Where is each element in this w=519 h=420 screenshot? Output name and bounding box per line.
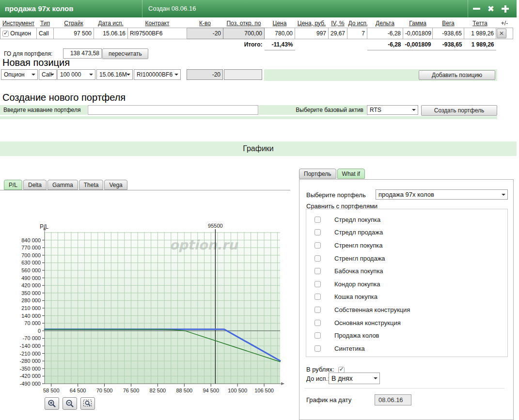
svg-text:770 000: 770 000	[21, 245, 41, 250]
column-header: +/-	[496, 18, 513, 28]
charts-section-header: Графики	[0, 141, 517, 156]
add-position-icon[interactable]	[502, 5, 509, 13]
svg-text:280 000: 280 000	[21, 297, 41, 303]
close-icon[interactable]: ✖	[488, 5, 494, 13]
portfolio-checkbox[interactable]	[315, 332, 321, 339]
new-qty-input[interactable]: -20	[187, 69, 223, 80]
days-select[interactable]: В днях	[329, 373, 380, 384]
svg-text:58 500: 58 500	[43, 388, 60, 393]
portfolio-checkbox[interactable]	[315, 307, 321, 313]
minimize-icon[interactable]	[473, 8, 480, 10]
tab-delta[interactable]: Delta	[23, 180, 47, 190]
chevron-down-icon	[502, 194, 505, 198]
delta-cell: -6,28	[367, 28, 403, 39]
contract-select[interactable]: RI100000BF6	[134, 69, 181, 80]
portfolio-checkbox[interactable]	[315, 242, 321, 249]
portfolio-label: Стредл покупка	[334, 216, 380, 223]
column-header[interactable]: До исп.	[347, 18, 367, 28]
svg-text:option.ru: option.ru	[170, 237, 238, 252]
chart-date-input[interactable]: 08.06.16	[375, 394, 411, 405]
svg-text:-140 000: -140 000	[20, 343, 41, 349]
column-header[interactable]: Дата исп.	[94, 18, 128, 28]
option-type-select[interactable]: Call	[39, 69, 57, 80]
svg-text:76 500: 76 500	[123, 388, 140, 393]
instrument-select-value: Опцион	[4, 71, 25, 78]
panel-tabs: ПортфельWhat if	[299, 169, 514, 179]
position-row-checkbox[interactable]	[2, 31, 9, 37]
column-header[interactable]: Вега	[433, 18, 464, 28]
positions-table: ИнструментТипСтрайкДата исп.КонтрактК-во…	[0, 18, 513, 50]
column-header[interactable]: Тип	[37, 18, 54, 28]
portfolio-label: Кондор покупка	[334, 280, 380, 288]
column-header[interactable]: Гамма	[403, 18, 433, 28]
portfolio-checkbox[interactable]	[315, 294, 321, 300]
new-open-price-input[interactable]	[224, 69, 262, 80]
column-header[interactable]: Страйк	[54, 18, 94, 28]
contract-cell: RI97500BF6	[128, 28, 187, 39]
zoom-out-button[interactable]	[63, 397, 77, 410]
create-portfolio-button[interactable]: Создать портфель	[421, 105, 497, 116]
svg-text:64 500: 64 500	[70, 388, 86, 393]
column-header[interactable]: Цена	[265, 18, 295, 28]
qty-input[interactable]: -20	[187, 28, 223, 39]
base-asset-select[interactable]: RTS	[367, 105, 418, 115]
instrument-select[interactable]: Опцион	[1, 69, 38, 80]
zoom-region-button[interactable]	[80, 397, 95, 410]
portfolio-select[interactable]: продажа 97х колов	[376, 189, 508, 200]
chart-zoom-toolbar	[45, 397, 98, 410]
portfolio-checkbox[interactable]	[315, 255, 321, 262]
recalculate-button[interactable]: пересчитать	[102, 48, 148, 59]
portfolio-list-item: Основная конструкция	[306, 316, 507, 329]
portfolio-checkbox[interactable]	[315, 281, 321, 287]
column-header[interactable]: Цена, руб.	[295, 18, 329, 28]
delete-position-button[interactable]: ✕	[497, 29, 506, 38]
portfolio-label: Стренгл продажа	[334, 255, 385, 262]
portfolio-label: Стренгл покупка	[334, 242, 382, 249]
tab-p-l[interactable]: P/L	[4, 180, 22, 190]
exp-date-select[interactable]: 15.06.16М	[96, 69, 133, 80]
portfolio-list-item: Стредл продажа	[306, 226, 507, 239]
svg-text:-280 000: -280 000	[20, 358, 41, 364]
theta-cell: 1 989,26	[464, 28, 496, 39]
tab-gamma[interactable]: Gamma	[47, 180, 78, 190]
portfolio-checkbox[interactable]	[315, 268, 321, 274]
column-header[interactable]: Контракт	[128, 18, 187, 28]
strike-select[interactable]: 100 000	[57, 69, 95, 80]
portfolio-checkbox[interactable]	[315, 320, 321, 326]
svg-text:700 000: 700 000	[21, 252, 41, 258]
portfolio-list-item: Кошка покупка	[306, 291, 507, 304]
tab-vega[interactable]: Vega	[104, 180, 127, 190]
svg-text:0: 0	[38, 328, 41, 334]
zoom-in-button[interactable]	[45, 397, 59, 410]
portfolio-name-input[interactable]	[88, 105, 258, 115]
select-portfolio-label: Выберите портфель	[306, 191, 366, 199]
portfolio-checkbox[interactable]	[315, 229, 321, 235]
column-header[interactable]: Инструмент	[0, 18, 37, 28]
add-position-button[interactable]: Добавить позицию	[419, 70, 495, 80]
column-header[interactable]: Поз. откр. по	[223, 18, 265, 28]
tab-what-if[interactable]: What if	[337, 169, 365, 179]
column-header[interactable]: Тетта	[464, 18, 496, 28]
portfolio-checkbox[interactable]	[315, 345, 321, 352]
portfolio-list-item: Кондор покупка	[306, 278, 507, 291]
svg-text:88 500: 88 500	[176, 388, 192, 393]
portfolio-checkbox[interactable]	[315, 217, 321, 223]
tab-портфель[interactable]: Портфель	[299, 169, 336, 179]
svg-text:-420 000: -420 000	[20, 373, 41, 379]
svg-text:94 500: 94 500	[203, 388, 219, 393]
price-cell: 780,00	[265, 28, 295, 39]
tab-theta[interactable]: Theta	[79, 180, 104, 190]
chart-date-label: График на дату	[306, 396, 351, 404]
open-price-input[interactable]: 700,00	[223, 28, 265, 39]
base-asset-select-value: RTS	[370, 107, 381, 113]
column-header[interactable]: К-во	[187, 18, 223, 28]
column-header[interactable]: Дельта	[367, 18, 403, 28]
pl-chart[interactable]: option.ru-490 000-420 000-350 000-280 00…	[2, 223, 289, 397]
column-header[interactable]: IV, %	[329, 18, 347, 28]
totals-delta: -6,28	[367, 39, 403, 50]
svg-text:560 000: 560 000	[21, 267, 41, 273]
chevron-down-icon	[89, 74, 93, 78]
portfolio-list-item: Синтетика	[306, 342, 507, 355]
gamma-cell: -0,001809	[403, 28, 433, 39]
titlebar-divider	[468, 0, 468, 17]
